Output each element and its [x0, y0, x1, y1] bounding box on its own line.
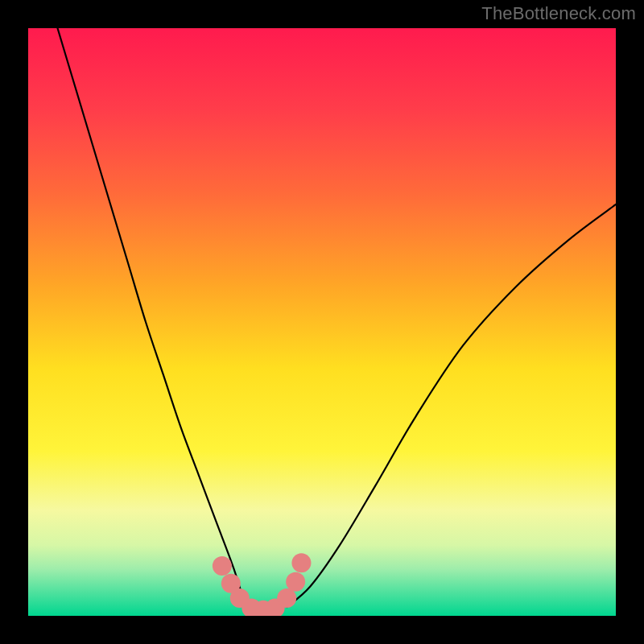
- chart-frame: TheBottleneck.com: [0, 0, 644, 644]
- watermark-text: TheBottleneck.com: [481, 3, 636, 24]
- marker-point: [277, 588, 296, 608]
- gradient-rect: [28, 28, 616, 616]
- marker-point: [286, 572, 305, 592]
- plot-area: [28, 28, 616, 616]
- marker-point: [213, 556, 232, 576]
- marker-point: [291, 553, 311, 572]
- chart-svg: [28, 28, 616, 616]
